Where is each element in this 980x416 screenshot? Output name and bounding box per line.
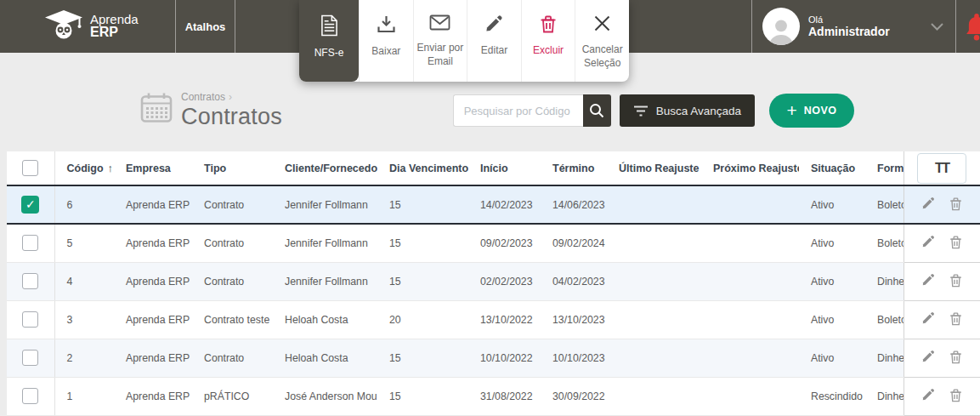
column-header-proximo-reajuste[interactable]: Próximo Reajuste — [701, 151, 799, 185]
table-body: 6 Aprenda ERP Contrato Jennifer Follmann… — [7, 185, 980, 415]
nfse-label: NFS-e — [314, 47, 344, 59]
edit-pencil-icon[interactable] — [921, 197, 935, 213]
pencil-icon — [484, 14, 503, 37]
delete-trash-icon[interactable] — [949, 197, 962, 214]
cell-inicio: 10/10/2022 — [468, 339, 541, 377]
edit-pencil-icon[interactable] — [921, 235, 935, 251]
cell-cliente-fornecedor: Jennifer Follmann — [273, 262, 377, 300]
cell-codigo: 5 — [54, 224, 114, 262]
cell-proximo-reajuste — [701, 377, 799, 415]
table-row[interactable]: 4 Aprenda ERP Contrato Jennifer Follmann… — [7, 262, 980, 300]
breadcrumb[interactable]: Contratos› — [181, 91, 282, 103]
new-button[interactable]: + NOVO — [769, 94, 854, 128]
column-header-forma[interactable]: Forma — [865, 151, 904, 185]
cell-ultimo-reajuste — [607, 224, 701, 262]
envelope-icon — [429, 14, 450, 34]
row-checkbox[interactable] — [22, 273, 38, 289]
send-email-button[interactable]: Enviar por Email — [413, 0, 467, 82]
delete-trash-icon[interactable] — [949, 311, 962, 328]
edit-pencil-icon[interactable] — [921, 350, 935, 366]
column-header-inicio[interactable]: Início — [468, 151, 541, 185]
cell-empresa: Aprenda ERP — [114, 339, 192, 377]
cell-codigo: 4 — [54, 262, 114, 300]
cell-forma: Boleto — [865, 300, 904, 339]
column-header-dia-vencimento[interactable]: Dia Vencimento — [377, 151, 468, 185]
row-checkbox[interactable] — [21, 196, 39, 214]
cell-codigo: 6 — [54, 185, 114, 224]
cell-forma: Boleto — [865, 224, 904, 262]
search-input[interactable] — [453, 94, 583, 127]
shortcuts-button[interactable]: Atalhos — [176, 0, 235, 53]
table-row[interactable]: 6 Aprenda ERP Contrato Jennifer Follmann… — [7, 185, 980, 224]
column-header-situacao[interactable]: Situação — [799, 151, 865, 185]
cell-termino: 10/10/2023 — [541, 339, 607, 377]
cell-proximo-reajuste — [701, 185, 799, 224]
row-checkbox[interactable] — [22, 235, 38, 251]
app-logo[interactable]: Aprenda ERP — [44, 0, 175, 53]
download-label: Baixar — [371, 45, 400, 59]
edit-label: Editar — [481, 44, 507, 58]
cell-termino: 09/02/2024 — [541, 224, 607, 262]
row-actions-cell — [904, 185, 980, 224]
column-header-codigo[interactable]: Código↑ — [54, 151, 114, 185]
plus-icon: + — [786, 101, 796, 119]
cell-empresa: Aprenda ERP — [114, 300, 192, 339]
table-row[interactable]: 2 Aprenda ERP Contrato Heloah Costa 15 1… — [7, 339, 980, 377]
advanced-search-button[interactable]: Busca Avançada — [620, 94, 755, 127]
column-header-empresa[interactable]: Empresa — [114, 151, 192, 185]
cell-empresa: Aprenda ERP — [114, 377, 192, 415]
invoice-document-icon — [320, 14, 338, 39]
edit-pencil-icon[interactable] — [921, 273, 935, 289]
cell-ultimo-reajuste — [607, 185, 701, 224]
graduation-owl-icon — [44, 9, 83, 43]
select-all-cell — [7, 151, 54, 185]
cell-proximo-reajuste — [701, 224, 799, 262]
cell-situacao: Ativo — [799, 185, 865, 224]
cell-dia-vencimento: 20 — [377, 300, 468, 339]
cell-forma: Boleto — [865, 185, 904, 224]
row-checkbox-cell — [7, 185, 54, 224]
row-checkbox-cell — [7, 224, 54, 262]
edit-pencil-icon[interactable] — [921, 311, 935, 328]
cell-ultimo-reajuste — [607, 377, 701, 415]
new-button-label: NOVO — [804, 105, 837, 117]
delete-trash-icon[interactable] — [949, 273, 962, 290]
column-header-termino[interactable]: Término — [541, 151, 607, 185]
close-x-icon — [593, 14, 611, 36]
notifications-button[interactable] — [956, 0, 980, 53]
cancel-selection-button[interactable]: Cancelar Seleção — [575, 0, 629, 82]
cell-tipo: Contrato — [192, 339, 273, 377]
column-header-cliente-fornecedor[interactable]: Cliente/Fornecedor — [273, 151, 377, 185]
select-all-checkbox[interactable] — [22, 160, 38, 176]
sort-ascending-icon: ↑ — [108, 162, 114, 174]
table-row[interactable]: 1 Aprenda ERP pRÁTICO José Anderson Mour… — [7, 377, 980, 415]
nfse-button[interactable]: NFS-e — [299, 0, 359, 82]
contracts-table: Código↑ Empresa Tipo Cliente/Fornecedor … — [7, 151, 980, 416]
cell-cliente-fornecedor: José Anderson Moura — [273, 377, 377, 415]
edit-pencil-icon[interactable] — [921, 388, 935, 404]
delete-trash-icon[interactable] — [949, 235, 962, 252]
cell-proximo-reajuste — [701, 300, 799, 339]
table-row[interactable]: 3 Aprenda ERP Contrato teste Heloah Cost… — [7, 300, 980, 339]
row-checkbox-cell — [7, 262, 54, 300]
column-header-ultimo-reajuste[interactable]: Último Reajuste — [607, 151, 701, 185]
row-checkbox[interactable] — [22, 311, 38, 328]
cell-empresa: Aprenda ERP — [114, 224, 192, 262]
table-row[interactable]: 5 Aprenda ERP Contrato Jennifer Follmann… — [7, 224, 980, 262]
trash-icon — [540, 14, 557, 37]
download-button[interactable]: Baixar — [359, 0, 413, 82]
row-checkbox[interactable] — [22, 350, 38, 366]
cell-termino: 04/02/2023 — [541, 262, 607, 300]
user-menu[interactable]: Olá Administrador — [752, 0, 955, 53]
cell-situacao: Ativo — [799, 300, 865, 339]
column-settings-button[interactable]: TT — [917, 153, 966, 184]
cell-inicio: 09/02/2023 — [468, 224, 541, 262]
delete-trash-icon[interactable] — [949, 388, 962, 405]
row-checkbox[interactable] — [22, 388, 38, 404]
cell-empresa: Aprenda ERP — [114, 262, 192, 300]
delete-button[interactable]: Excluir — [521, 0, 575, 82]
search-button[interactable] — [583, 94, 611, 127]
delete-trash-icon[interactable] — [949, 350, 962, 367]
column-header-tipo[interactable]: Tipo — [192, 151, 273, 185]
edit-button[interactable]: Editar — [467, 0, 521, 82]
